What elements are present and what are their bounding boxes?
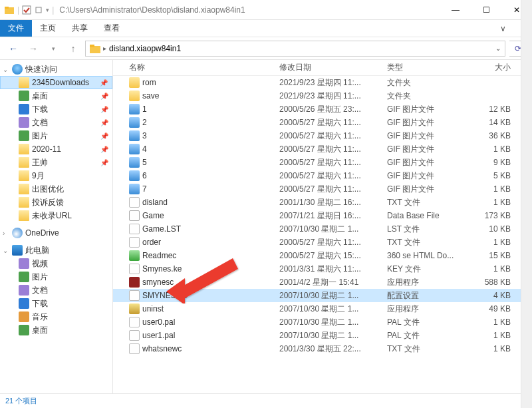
qat-dropdown[interactable]: ▾ (46, 7, 49, 13)
file-size-cell: 1 KB (473, 317, 519, 327)
col-name[interactable]: 名称 (113, 62, 279, 73)
recent-dropdown[interactable]: ▾ (45, 41, 61, 57)
table-row[interactable]: 42000/5/27 星期六 11:...GIF 图片文件1 KB (113, 142, 532, 156)
file-name-cell[interactable]: order (113, 237, 279, 248)
table-row[interactable]: SMYNESCC2007/10/30 星期二 1...配置设置4 KB (113, 289, 532, 302)
sidebar-item-desktop2[interactable]: 桌面 (0, 323, 112, 337)
table-row[interactable]: uninst2007/10/30 星期二 1...应用程序49 KB (113, 302, 532, 315)
sidebar-onedrive[interactable]: ›OneDrive (0, 226, 112, 240)
file-name-cell[interactable]: disland (113, 197, 279, 208)
tab-file[interactable]: 文件 (0, 20, 32, 37)
sidebar-item-9yue[interactable]: 9月 (0, 169, 112, 182)
col-date[interactable]: 修改日期 (279, 62, 387, 73)
file-type-cell: GIF 图片文件 (387, 130, 473, 142)
file-name-cell[interactable]: whatsnewc (113, 343, 279, 354)
table-row[interactable]: Readmec2000/5/27 星期六 15:...360 se HTML D… (113, 249, 532, 262)
file-name-cell[interactable]: 4 (113, 144, 279, 154)
sidebar-item-chutuyouhua[interactable]: 出图优化 (0, 182, 112, 196)
file-name-cell[interactable]: Game.LST (113, 224, 279, 234)
file-name-cell[interactable]: Readmec (113, 250, 279, 261)
file-name-cell[interactable]: 7 (113, 184, 279, 194)
sidebar-item-2345downloads[interactable]: 2345Downloads📌 (0, 76, 112, 89)
file-name-cell[interactable]: 3 (113, 130, 279, 141)
tab-home[interactable]: 主页 (32, 20, 64, 37)
table-row[interactable]: rom2021/9/23 星期四 11:...文件夹 (113, 76, 532, 89)
sidebar-item-pictures[interactable]: 图片📌 (0, 129, 112, 142)
tab-view[interactable]: 查看 (96, 20, 128, 37)
file-name-text: 7 (142, 184, 147, 194)
file-name-cell[interactable]: rom (113, 77, 279, 88)
chevron-down-icon[interactable]: ⌄ (3, 247, 8, 254)
sidebar-item-tousufankui[interactable]: 投诉反馈 (0, 196, 112, 209)
file-name-cell[interactable]: user0.pal (113, 317, 279, 327)
sidebar-item-weishouluurl[interactable]: 未收录URL (0, 209, 112, 222)
chevron-down-icon[interactable]: ⌄ (3, 66, 8, 73)
file-name-cell[interactable]: 1 (113, 104, 279, 114)
copy-icon[interactable] (34, 5, 43, 15)
sidebar-item-documents[interactable]: 文档📌 (0, 116, 112, 129)
table-row[interactable]: save2021/9/23 星期四 11:...文件夹 (113, 89, 532, 102)
sidebar-quick-access[interactable]: ⌄ 快速访问 (0, 63, 112, 76)
file-name-cell[interactable]: uninst (113, 304, 279, 314)
table-row[interactable]: 62000/5/27 星期六 11:...GIF 图片文件5 KB (113, 169, 532, 182)
file-name-text: 2 (142, 118, 147, 127)
file-name-cell[interactable]: save (113, 91, 279, 101)
sidebar-item-video[interactable]: 视频 (0, 257, 112, 270)
file-name-cell[interactable]: 2 (113, 117, 279, 128)
sidebar-item-documents2[interactable]: 文档 (0, 284, 112, 297)
forward-button[interactable]: → (25, 41, 41, 57)
table-row[interactable]: 32000/5/27 星期六 11:...GIF 图片文件36 KB (113, 129, 532, 142)
ribbon-tabs: 文件 主页 共享 查看 ∨ ? (0, 20, 532, 37)
file-name-cell[interactable]: 6 (113, 170, 279, 181)
minimize-button[interactable]: — (440, 0, 471, 20)
sidebar-item-music[interactable]: 音乐 (0, 310, 112, 323)
file-size-cell: 49 KB (473, 304, 519, 313)
address-bar[interactable]: ▸ disland.xiaopw84in1 ⌄ (85, 41, 505, 57)
table-row[interactable]: Smynes.ke2001/3/31 星期六 11:...KEY 文件1 KB (113, 262, 532, 276)
ribbon-expand[interactable]: ∨ (493, 24, 512, 33)
table-row[interactable]: disland2001/1/30 星期二 16:...TXT 文件1 KB (113, 196, 532, 209)
table-row[interactable]: smynesc2001/4/2 星期一 15:41应用程序588 KB (113, 276, 532, 289)
table-row[interactable]: Game2007/1/21 星期日 16:...Data Base File17… (113, 209, 532, 222)
sidebar-thispc[interactable]: ⌄此电脑 (0, 244, 112, 257)
file-name-cell[interactable]: SMYNESCC (113, 290, 279, 301)
file-name-cell[interactable]: Game (113, 210, 279, 221)
sidebar-item-desktop[interactable]: 桌面📌 (0, 89, 112, 102)
qat: | ▾ | (4, 5, 54, 15)
file-name-cell[interactable]: 5 (113, 157, 279, 168)
folder-icon (19, 210, 29, 221)
sidebar-item-2020-11[interactable]: 2020-11📌 (0, 142, 112, 156)
sidebar-item-downloads[interactable]: 下载📌 (0, 102, 112, 116)
table-row[interactable]: 12000/5/26 星期五 23:...GIF 图片文件12 KB (113, 102, 532, 116)
table-row[interactable]: 72000/5/27 星期六 11:...GIF 图片文件1 KB (113, 182, 532, 196)
back-button[interactable]: ← (5, 41, 21, 57)
table-row[interactable]: 22000/5/27 星期六 11:...GIF 图片文件14 KB (113, 116, 532, 129)
table-row[interactable]: 52000/5/27 星期六 11:...GIF 图片文件9 KB (113, 156, 532, 169)
file-name-cell[interactable]: user1.pal (113, 330, 279, 341)
address-dropdown[interactable]: ⌄ (495, 45, 501, 52)
sidebar-item-wangshuai[interactable]: 王帅📌 (0, 156, 112, 169)
file-name-cell[interactable]: smynesc (113, 277, 279, 288)
file-name-cell[interactable]: Smynes.ke (113, 264, 279, 274)
table-row[interactable]: Game.LST2007/10/30 星期二 1...LST 文件10 KB (113, 222, 532, 236)
file-date-cell: 2000/5/27 星期六 11:... (279, 144, 387, 155)
file-icon (129, 224, 140, 234)
up-button[interactable]: ↑ (65, 41, 81, 57)
checkbox-icon[interactable] (22, 5, 31, 15)
sidebar-item-pictures2[interactable]: 图片 (0, 270, 112, 284)
table-row[interactable]: whatsnewc2001/3/30 星期五 22:...TXT 文件1 KB (113, 342, 532, 355)
chevron-right-icon[interactable]: › (3, 230, 5, 237)
table-row[interactable]: user0.pal2007/10/30 星期二 1...PAL 文件1 KB (113, 315, 532, 329)
file-list-view[interactable]: 名称 修改日期 类型 大小 rom2021/9/23 星期四 11:...文件夹… (113, 60, 532, 393)
col-size[interactable]: 大小 (473, 62, 519, 73)
maximize-button[interactable]: ☐ (471, 0, 501, 20)
table-row[interactable]: user1.pal2007/10/30 星期二 1...PAL 文件1 KB (113, 329, 532, 342)
table-row[interactable]: order2000/5/27 星期六 11:...TXT 文件1 KB (113, 236, 532, 249)
vertical-scrollbar[interactable] (521, 0, 532, 408)
breadcrumb-sep[interactable]: ▸ (103, 45, 106, 52)
sidebar-item-downloads2[interactable]: 下载 (0, 297, 112, 310)
file-type-cell: 应用程序 (387, 277, 473, 288)
col-type[interactable]: 类型 (387, 62, 473, 73)
breadcrumb-current[interactable]: disland.xiaopw84in1 (109, 44, 181, 53)
tab-share[interactable]: 共享 (64, 20, 96, 37)
